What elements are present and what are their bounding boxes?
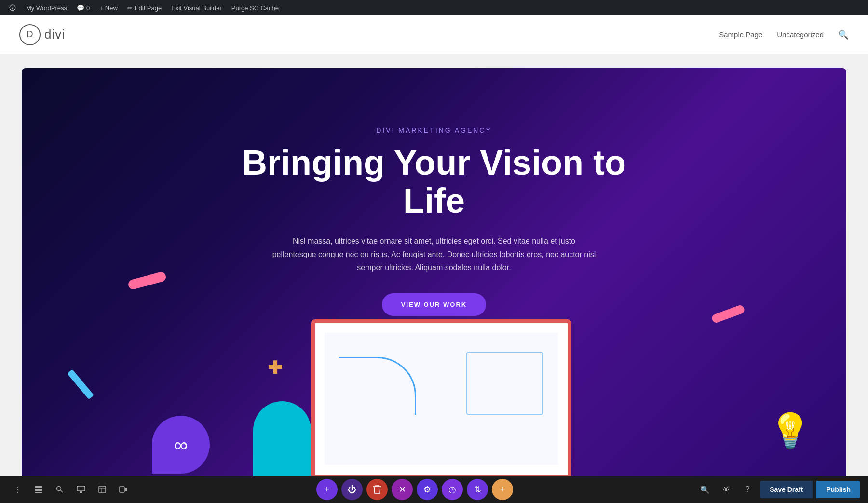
whiteboard xyxy=(311,319,571,478)
builder-history-button[interactable]: ◷ xyxy=(442,479,463,500)
whiteboard-inner xyxy=(325,333,558,465)
builder-help-button[interactable]: ? xyxy=(739,481,756,498)
site-name-item[interactable]: My WordPress xyxy=(21,0,72,15)
svg-point-3 xyxy=(57,487,61,491)
builder-responsive-button[interactable] xyxy=(71,480,91,499)
nav-sample-page[interactable]: Sample Page xyxy=(719,30,762,39)
chat-bubble: ∞ xyxy=(152,416,210,474)
svg-rect-10 xyxy=(120,487,124,492)
builder-add-button[interactable]: + xyxy=(316,479,338,500)
logo-circle: D xyxy=(19,24,41,45)
wp-admin-bar: My WordPress 💬 0 + New ✏ Edit Page Exit … xyxy=(0,0,868,15)
svg-rect-5 xyxy=(77,486,85,491)
deco-pink-left xyxy=(127,271,167,290)
hero-cta-button[interactable]: VIEW OUR WORK xyxy=(382,293,487,316)
edit-page-item[interactable]: ✏ Edit Page xyxy=(122,0,166,15)
pencil-icon: ✏ xyxy=(127,4,133,12)
main-content: ✚ DIVI MARKETING AGENCY Bringing Your Vi… xyxy=(0,54,868,503)
chat-bubble-icon: ∞ xyxy=(174,434,188,456)
builder-code-button[interactable]: ⇅ xyxy=(467,479,488,500)
builder-bottom-bar: ⋮ xyxy=(0,476,868,503)
teal-shape xyxy=(253,401,311,488)
new-item[interactable]: + New xyxy=(95,0,122,15)
purge-cache-item[interactable]: Purge SG Cache xyxy=(227,0,284,15)
hero-description: Nisl massa, ultrices vitae ornare sit am… xyxy=(270,234,598,274)
builder-search-right-button[interactable]: 🔍 xyxy=(696,481,714,498)
svg-rect-0 xyxy=(35,486,42,488)
builder-center-tools: + ⏻ ✕ ⚙ ◷ ⇅ + xyxy=(316,479,513,500)
builder-settings-button[interactable]: ⚙ xyxy=(417,479,438,500)
deco-blue-bar xyxy=(67,369,94,400)
builder-rows-button[interactable] xyxy=(29,480,48,499)
builder-dots-button[interactable]: ⋮ xyxy=(8,480,27,499)
lightbulb-icon: 💡 xyxy=(769,411,808,459)
svg-rect-6 xyxy=(80,491,82,493)
deco-pink-right xyxy=(711,304,746,324)
comments-item[interactable]: 💬 0 xyxy=(72,0,95,15)
builder-left-tools: ⋮ xyxy=(8,480,133,499)
svg-rect-11 xyxy=(125,488,127,491)
plus-icon: + xyxy=(99,4,103,12)
builder-power-button[interactable]: ⏻ xyxy=(341,479,363,500)
hero-section: ✚ DIVI MARKETING AGENCY Bringing Your Vi… xyxy=(22,68,846,488)
comment-icon: 💬 xyxy=(77,4,84,12)
builder-right-tools: 🔍 👁 ? Save Draft Publish xyxy=(696,481,860,498)
save-draft-button[interactable]: Save Draft xyxy=(760,481,813,498)
exit-visual-builder-item[interactable]: Exit Visual Builder xyxy=(166,0,227,15)
site-logo[interactable]: D divi xyxy=(19,24,65,45)
site-nav: Sample Page Uncategorized 🔍 xyxy=(719,29,849,40)
wb-blue-box xyxy=(466,352,543,415)
builder-search-button[interactable] xyxy=(50,480,69,499)
logo-text: divi xyxy=(44,27,65,42)
site-header: D divi Sample Page Uncategorized 🔍 xyxy=(0,15,868,54)
svg-rect-7 xyxy=(99,486,106,493)
hero-eyebrow: DIVI MARKETING AGENCY xyxy=(376,126,492,134)
svg-line-4 xyxy=(61,490,63,493)
search-icon[interactable]: 🔍 xyxy=(838,29,849,40)
deco-plus: ✚ xyxy=(268,358,282,378)
wp-logo-item[interactable] xyxy=(4,0,21,15)
builder-eye-button[interactable]: 👁 xyxy=(718,481,735,498)
wb-curve xyxy=(339,357,416,415)
builder-more-button[interactable] xyxy=(114,480,133,499)
builder-add-center-button[interactable]: + xyxy=(492,479,513,500)
builder-trash-button[interactable] xyxy=(366,479,388,500)
builder-close-button[interactable]: ✕ xyxy=(392,479,413,500)
svg-rect-2 xyxy=(35,492,42,493)
builder-wireframe-button[interactable] xyxy=(93,480,112,499)
hero-title: Bringing Your Vision to Life xyxy=(241,144,627,220)
nav-uncategorized[interactable]: Uncategorized xyxy=(777,30,824,39)
publish-button[interactable]: Publish xyxy=(816,481,860,498)
svg-rect-1 xyxy=(35,489,42,491)
